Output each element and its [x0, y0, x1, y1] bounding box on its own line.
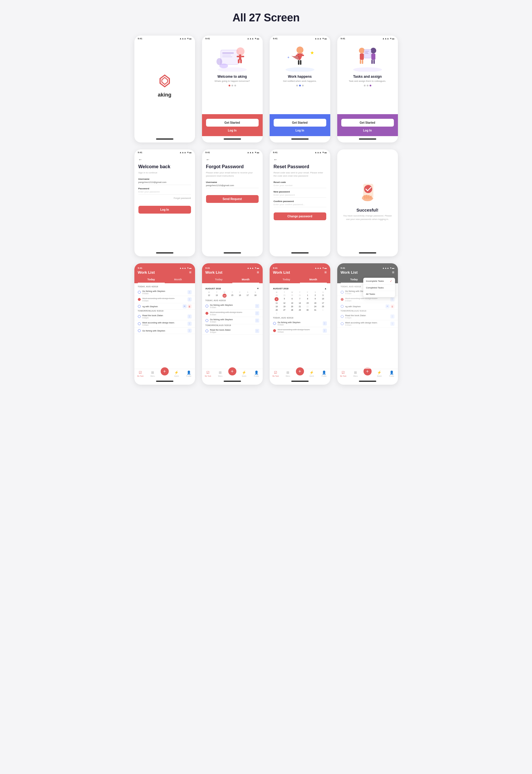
- nav-quick[interactable]: ⚡ Quick: [306, 369, 318, 378]
- cal-day[interactable]: 29: [281, 294, 288, 297]
- cal-day[interactable]: 24: [312, 305, 319, 308]
- username-field[interactable]: pangcheo1210@gmail.com: [138, 181, 191, 185]
- cal-day[interactable]: 7: [296, 297, 304, 301]
- cal-day-today[interactable]: 4: [275, 297, 279, 301]
- tab-month[interactable]: Month: [232, 276, 259, 283]
- nav-menu[interactable]: ⊞ Menu: [214, 369, 227, 378]
- cal-day[interactable]: 9: [312, 297, 319, 301]
- cal-day[interactable]: 18: [252, 294, 259, 298]
- tab-today[interactable]: Today: [273, 276, 300, 283]
- task-action-dots[interactable]: ⋮: [188, 314, 192, 319]
- task-action-dots[interactable]: ⋮: [188, 322, 192, 326]
- nav-my-task[interactable]: ☑ My Task: [270, 369, 282, 378]
- login-button[interactable]: Log In: [138, 206, 191, 214]
- cal-day[interactable]: 2: [273, 312, 281, 315]
- cal-day[interactable]: 18: [273, 305, 281, 308]
- task-action-dots[interactable]: ⋮: [390, 297, 394, 301]
- tab-today[interactable]: Today: [205, 276, 232, 283]
- cal-day[interactable]: 26: [273, 308, 281, 312]
- cal-day[interactable]: 22: [304, 305, 311, 308]
- get-started-button[interactable]: Get Started: [206, 119, 259, 127]
- task-action-dots[interactable]: ⋮: [390, 314, 394, 319]
- cal-day[interactable]: 15: [229, 294, 236, 298]
- task-action-dots[interactable]: ⋮: [188, 297, 192, 301]
- task-action-dots[interactable]: ⋮: [188, 290, 192, 294]
- reset-code-field[interactable]: Enter your number: [274, 184, 326, 188]
- forgot-password-link[interactable]: Forgot password: [138, 197, 191, 199]
- send-request-button[interactable]: Send Request: [206, 195, 259, 203]
- task-action-dots[interactable]: ⋮: [255, 304, 259, 308]
- get-started-button[interactable]: Get Started: [274, 119, 326, 127]
- cal-day[interactable]: 13: [213, 294, 220, 298]
- cal-day[interactable]: 31: [296, 294, 304, 297]
- task-action-dots[interactable]: ⋮: [323, 329, 327, 333]
- cal-day[interactable]: 20: [288, 305, 296, 308]
- task-delete-button[interactable]: 🗑: [390, 304, 394, 308]
- nav-profile[interactable]: 👤 Profile: [385, 369, 398, 378]
- back-arrow[interactable]: ←: [138, 157, 191, 162]
- task-action-dots[interactable]: ⋮: [390, 322, 394, 326]
- confirm-password-field[interactable]: Enter your confirm password...: [274, 203, 326, 207]
- cal-day[interactable]: 12: [281, 301, 288, 305]
- menu-icon[interactable]: ≡: [324, 270, 327, 275]
- menu-icon[interactable]: ≡: [189, 270, 191, 275]
- nav-my-task[interactable]: ☑ My Task: [202, 369, 214, 378]
- nav-quick[interactable]: ⚡ Quick: [170, 369, 183, 378]
- cal-day-today[interactable]: 14: [223, 294, 227, 298]
- nav-my-task[interactable]: ☑ My Task: [134, 369, 147, 378]
- cal-day[interactable]: 17: [319, 301, 327, 305]
- task-action-dots[interactable]: ⋮: [188, 329, 192, 333]
- menu-icon[interactable]: ≡: [257, 270, 259, 275]
- cal-day[interactable]: 2: [312, 294, 319, 297]
- nav-profile[interactable]: 👤 Profile: [183, 369, 195, 378]
- nav-profile[interactable]: 👤 Profile: [250, 369, 263, 378]
- cal-day[interactable]: 15: [304, 301, 311, 305]
- cal-day[interactable]: 27: [281, 308, 288, 312]
- cal-day[interactable]: 30: [288, 294, 296, 297]
- task-action-dots[interactable]: ⋮: [323, 321, 327, 325]
- cal-day[interactable]: 8: [304, 297, 311, 301]
- task-delete-button[interactable]: 🗑: [188, 304, 192, 308]
- nav-quick[interactable]: ⚡ Quick: [373, 369, 386, 378]
- log-in-button[interactable]: Log In: [363, 129, 372, 132]
- task-edit-button[interactable]: ✏: [183, 304, 187, 308]
- fab-add-button[interactable]: +: [296, 367, 304, 375]
- filter-all[interactable]: All Tasks: [363, 291, 395, 297]
- log-in-button[interactable]: Log In: [296, 129, 304, 132]
- cal-day[interactable]: 12: [205, 294, 213, 298]
- cal-day[interactable]: 3: [319, 294, 327, 297]
- nav-menu[interactable]: ⊞ Menu: [282, 369, 294, 378]
- cal-day[interactable]: 13: [288, 301, 296, 305]
- tab-month[interactable]: Month: [165, 276, 192, 283]
- task-action-dots[interactable]: ⋮: [255, 329, 259, 333]
- cal-day[interactable]: 28: [273, 294, 281, 297]
- cal-day[interactable]: 28: [288, 308, 296, 312]
- cal-day[interactable]: 5: [281, 297, 288, 301]
- cal-day[interactable]: 19: [281, 305, 288, 308]
- calendar-toggle[interactable]: ▼: [257, 287, 259, 290]
- cal-day[interactable]: 21: [296, 305, 304, 308]
- cal-day[interactable]: 14: [296, 301, 304, 305]
- cal-day[interactable]: 29: [296, 308, 304, 312]
- fab-add-button[interactable]: +: [161, 367, 169, 375]
- cal-day[interactable]: 17: [244, 294, 251, 298]
- fab-add-button[interactable]: +: [228, 367, 236, 375]
- password-field[interactable]: Enter your password: [138, 190, 191, 195]
- calendar-toggle[interactable]: ▲: [325, 287, 327, 290]
- cal-day[interactable]: 30: [304, 308, 311, 312]
- task-edit-button[interactable]: ✏: [385, 304, 390, 308]
- cal-day[interactable]: 16: [312, 301, 319, 305]
- cal-day[interactable]: 31: [312, 308, 319, 312]
- task-action-dots[interactable]: ⋮: [255, 311, 259, 315]
- cal-day[interactable]: 11: [273, 301, 281, 305]
- new-password-field[interactable]: Enter your password: [274, 194, 326, 198]
- menu-icon[interactable]: ≡: [392, 270, 394, 275]
- nav-menu[interactable]: ⊞ Menu: [349, 369, 362, 378]
- tab-today[interactable]: Today: [138, 276, 165, 283]
- nav-menu[interactable]: ⊞ Menu: [147, 369, 159, 378]
- cal-day[interactable]: 10: [319, 297, 327, 301]
- tab-month[interactable]: Month: [300, 276, 327, 283]
- cal-day[interactable]: 25: [319, 305, 327, 308]
- filter-incomplete[interactable]: Incomplete Tasks ✓: [363, 278, 395, 285]
- cal-day[interactable]: 16: [236, 294, 244, 298]
